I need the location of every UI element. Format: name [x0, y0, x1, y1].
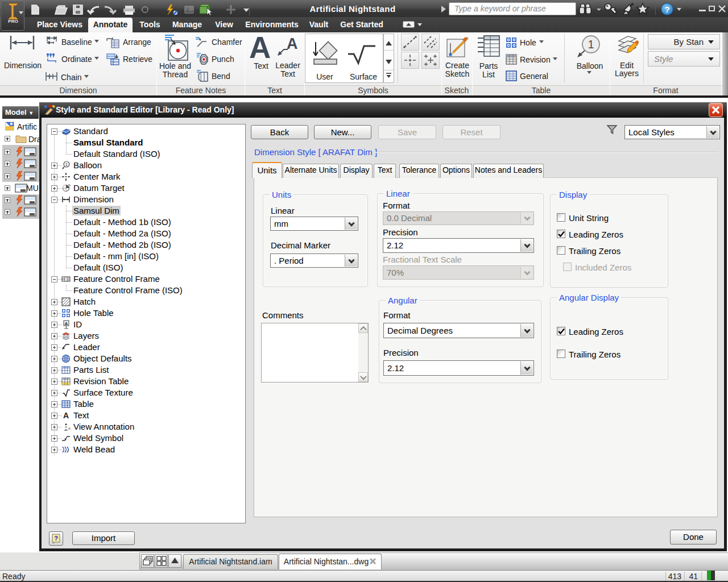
svg-text:A: A	[63, 411, 69, 420]
svg-text:?: ?	[54, 535, 58, 542]
svg-text:1: 1	[65, 163, 68, 167]
svg-text:A: A	[68, 427, 71, 430]
svg-text:1: 1	[588, 38, 594, 51]
svg-text:PRO: PRO	[8, 19, 18, 24]
svg-text:A: A	[65, 321, 68, 326]
